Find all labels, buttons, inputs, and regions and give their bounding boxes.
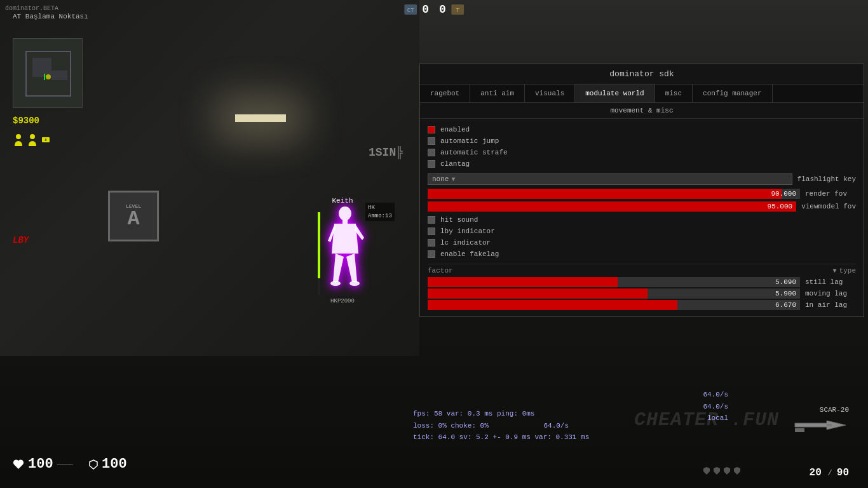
checkbox-enabled[interactable] — [428, 126, 435, 133]
factor-row-air: 6.670 in air lag — [428, 300, 856, 310]
svg-rect-11 — [342, 220, 348, 224]
weapon-name: SCAR-20 — [792, 406, 849, 414]
player-info: HKAmmo:13 — [365, 203, 395, 221]
label-auto-strafe: automatic strafe — [440, 149, 508, 156]
label-lc: lc indicator — [440, 239, 491, 247]
checkbox-row-hit-sound: hit sound — [428, 214, 856, 226]
factor-row-moving: 5.900 moving lag — [428, 288, 856, 299]
factor-label: factor — [428, 267, 453, 274]
air-lag-label: in air lag — [805, 301, 856, 309]
slider-still-lag[interactable]: 5.090 — [428, 277, 800, 287]
tab-antiaim[interactable]: anti aim — [470, 85, 525, 102]
slider-viewmodel-fov[interactable]: 95.000 — [428, 201, 796, 212]
svg-text:H: H — [44, 139, 46, 142]
checkbox-fakelag[interactable] — [428, 250, 435, 258]
type-label: type — [839, 267, 856, 274]
ammo-display: 20 / 90 — [810, 467, 849, 478]
slider-row-render-fov: 90.000 render fov — [428, 189, 856, 199]
dropdown-arrow-icon: ▼ — [451, 176, 455, 183]
checkbox-row-clantag: clantag — [428, 158, 856, 170]
label-enabled: enabled — [440, 126, 470, 133]
fps-line: fps: 58 var: 0.3 ms ping: 0ms — [413, 408, 589, 420]
svg-text:CT: CT — [407, 8, 414, 14]
menu-left-col: enabled automatic jump automatic strafe … — [420, 119, 864, 316]
tab-modulate-world[interactable]: modulate world — [575, 85, 654, 102]
type-dropdown-arrow: ▼ — [833, 268, 837, 274]
slider-row-viewmodel-fov: 95.000 viewmodel fov — [428, 201, 856, 212]
label-lby: lby indicator — [440, 227, 495, 235]
svg-point-10 — [339, 207, 351, 220]
svg-rect-5 — [44, 74, 45, 80]
score-ct: 0 — [422, 3, 429, 16]
svg-point-13 — [349, 281, 360, 286]
checkbox-lby[interactable] — [428, 227, 435, 235]
loss-line: loss: 0% choke: 0% 64.0/s — [413, 420, 589, 432]
checkbox-auto-strafe[interactable] — [428, 149, 435, 156]
score-t: 0 — [439, 3, 446, 16]
level-sign: LEVEL A — [108, 191, 159, 241]
player-silhouette — [323, 206, 367, 292]
tab-ragebot[interactable]: ragebot — [420, 85, 470, 102]
checkbox-row-lby: lby indicator — [428, 226, 856, 237]
checkbox-hit-sound[interactable] — [428, 216, 435, 224]
lby-indicator: LBY — [13, 235, 29, 245]
app-tag: dominator.BETA — [5, 5, 58, 12]
factor-header: factor ▼ type — [428, 264, 856, 274]
checkbox-row-fakelag: enable fakelag — [428, 248, 856, 260]
checkbox-clantag[interactable] — [428, 160, 435, 168]
checkbox-row-lc: lc indicator — [428, 237, 856, 248]
svg-rect-18 — [795, 428, 804, 432]
viewmodel-fov-label: viewmodel fov — [801, 203, 856, 210]
score-display: CT 0 0 T — [404, 3, 464, 16]
moving-lag-label: moving lag — [805, 290, 856, 297]
weapon-icon — [792, 416, 849, 435]
checkbox-lc[interactable] — [428, 239, 435, 247]
menu-tabs: ragebot anti aim visuals modulate world … — [420, 85, 864, 103]
tab-config-manager[interactable]: config manager — [693, 85, 772, 102]
armor-value: 100 — [102, 456, 127, 472]
tab-misc[interactable]: misc — [655, 85, 693, 102]
label-clantag: clantag — [440, 160, 470, 168]
still-lag-label: still lag — [805, 278, 856, 286]
svg-rect-3 — [51, 71, 67, 80]
minimap — [13, 38, 83, 108]
slider-air-lag[interactable]: 6.670 — [428, 300, 800, 310]
weapon-display: SCAR-20 — [792, 406, 849, 437]
dropdown-row: none ▼ flashlight key — [428, 173, 856, 185]
tab-visuals[interactable]: visuals — [525, 85, 575, 102]
player-weapon: HKP2000 — [330, 298, 355, 304]
svg-text:T: T — [456, 8, 459, 14]
svg-point-12 — [330, 281, 341, 286]
svg-point-7 — [30, 134, 35, 139]
crosshair-text: 1SIN╠ — [369, 146, 403, 159]
armor-display: 100 — [89, 456, 127, 472]
dropdown-flashlight[interactable]: none ▼ — [428, 173, 792, 185]
checkbox-auto-jump[interactable] — [428, 137, 435, 145]
health-value: 100 — [28, 456, 53, 472]
checkbox-row-enabled: enabled — [428, 124, 856, 135]
factor-row-still: 5.090 still lag — [428, 277, 856, 287]
menu-body: enabled automatic jump automatic strafe … — [420, 119, 864, 316]
player-container: Keith HKAmmo:13 — [318, 197, 367, 295]
dropdown-value: none — [432, 175, 449, 183]
money-display: $9300 — [13, 116, 39, 126]
menu-title: dominator sdk — [420, 64, 864, 85]
label-fakelag: enable fakelag — [440, 250, 499, 258]
slider-moving-lag[interactable]: 5.900 — [428, 288, 800, 299]
shield-icons — [703, 466, 741, 475]
section-title: movement & misc — [420, 103, 864, 119]
menu-panel: dominator sdk ragebot anti aim visuals m… — [419, 64, 864, 317]
checkbox-row-auto-jump: automatic jump — [428, 135, 856, 147]
svg-rect-2 — [32, 58, 51, 77]
render-fov-label: render fov — [805, 190, 856, 198]
tick-line: tick: 64.0 sv: 5.2 +- 0.9 ms var: 0.331 … — [413, 431, 589, 444]
checkbox-row-auto-strafe: automatic strafe — [428, 147, 856, 158]
player-icons: H — [13, 133, 51, 146]
stats-right: 64.0/s 64.0/s local — [703, 389, 728, 424]
ceiling-light — [235, 114, 286, 122]
slider-render-fov[interactable]: 90.000 — [428, 189, 800, 199]
health-icon: 100 ——— — [13, 456, 73, 472]
map-label: AT Başlama Noktası — [13, 13, 88, 20]
player-name: Keith — [318, 197, 367, 205]
svg-point-4 — [46, 74, 51, 79]
